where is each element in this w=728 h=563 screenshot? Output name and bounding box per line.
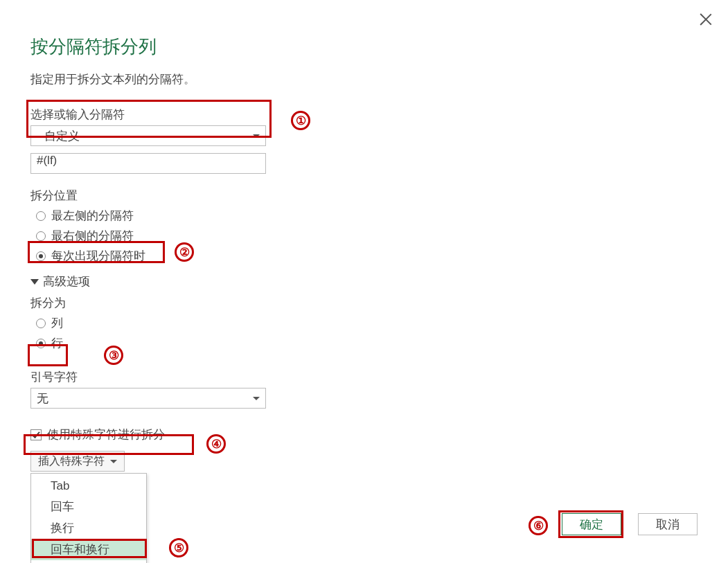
advanced-options-toggle[interactable]: 高级选项	[30, 274, 698, 289]
radio-icon	[36, 251, 46, 261]
insert-special-char-button[interactable]: 插入特殊字符	[30, 451, 125, 472]
menu-item-tab[interactable]: Tab	[31, 476, 146, 496]
delimiter-label: 选择或输入分隔符	[30, 107, 698, 123]
checkbox-icon	[30, 429, 42, 440]
quote-char-value: 无	[37, 391, 48, 406]
split-at-leftmost-label: 最左侧的分隔符	[51, 208, 134, 224]
split-into-rows-radio[interactable]: 行	[30, 335, 698, 351]
cancel-button[interactable]: 取消	[638, 513, 698, 535]
split-into-label: 拆分为	[30, 295, 698, 311]
menu-item-cr[interactable]: 回车	[31, 496, 146, 517]
quote-char-label: 引号字符	[30, 369, 698, 385]
split-into-rows-label: 行	[51, 335, 63, 351]
split-column-dialog: 按分隔符拆分列 指定用于拆分文本列的分隔符。 选择或输入分隔符 --自定义-- …	[0, 0, 728, 563]
quote-char-combobox[interactable]: 无	[30, 388, 266, 409]
special-char-menu: Tab 回车 换行 回车和换行	[30, 473, 147, 563]
special-chars-checkbox[interactable]: 使用特殊字符进行拆分	[30, 427, 698, 443]
split-at-label: 拆分位置	[30, 188, 698, 204]
advanced-options-label: 高级选项	[43, 274, 90, 289]
delimiter-selected-value: --自定义--	[37, 128, 88, 144]
radio-icon	[36, 231, 46, 241]
menu-item-crlf[interactable]: 回车和换行	[31, 539, 146, 560]
chevron-down-icon	[253, 134, 260, 138]
triangle-down-icon	[30, 279, 39, 285]
split-at-rightmost-radio[interactable]: 最右侧的分隔符	[30, 228, 698, 244]
close-icon[interactable]	[699, 12, 713, 26]
ok-button[interactable]: 确定	[562, 513, 621, 535]
custom-delimiter-input[interactable]: #(lf)	[30, 153, 266, 174]
split-at-rightmost-label: 最右侧的分隔符	[51, 228, 134, 244]
annotation-number-5: ⑤	[169, 538, 188, 557]
chevron-down-icon	[110, 460, 117, 463]
special-chars-label: 使用特殊字符进行拆分	[47, 427, 165, 443]
split-into-columns-radio[interactable]: 列	[30, 315, 698, 331]
split-at-leftmost-radio[interactable]: 最左侧的分隔符	[30, 208, 698, 224]
insert-special-char-label: 插入特殊字符	[38, 454, 105, 469]
dialog-subtitle: 指定用于拆分文本列的分隔符。	[30, 71, 698, 87]
split-into-columns-label: 列	[51, 315, 63, 331]
radio-icon	[36, 319, 46, 328]
custom-delimiter-value: #(lf)	[37, 154, 57, 167]
radio-icon	[36, 211, 46, 221]
chevron-down-icon	[253, 397, 260, 400]
radio-icon	[36, 339, 46, 348]
menu-item-lf[interactable]: 换行	[31, 517, 146, 539]
dialog-footer: 确定 取消	[562, 513, 698, 535]
delimiter-combobox[interactable]: --自定义--	[30, 125, 266, 146]
split-at-each-label: 每次出现分隔符时	[51, 248, 145, 264]
dialog-title: 按分隔符拆分列	[30, 35, 698, 59]
annotation-number-6: ⑥	[529, 516, 548, 535]
split-at-each-radio[interactable]: 每次出现分隔符时	[30, 248, 698, 264]
